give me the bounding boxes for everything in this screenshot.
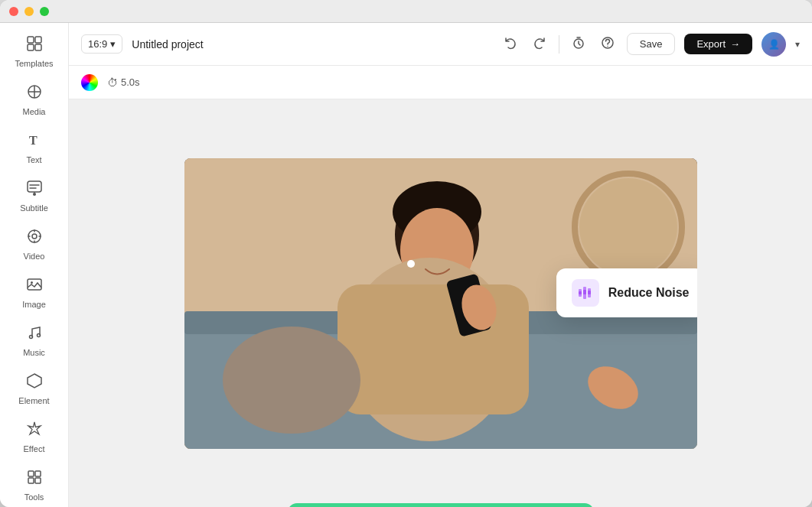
svg-rect-23 [28, 471, 34, 476]
app-body: Templates Media T Text [0, 23, 812, 507]
aspect-ratio-value: 16:9 [88, 38, 107, 50]
subtitle-label: Subtitle [20, 203, 48, 213]
toolbar-actions: Save Export → 👤 ▾ [501, 32, 800, 57]
svg-point-29 [607, 45, 608, 46]
sidebar-item-element[interactable]: Element [5, 366, 64, 411]
export-arrow-icon: → [730, 38, 740, 50]
video-icon [26, 228, 43, 249]
music-icon [26, 324, 43, 345]
sub-toolbar: ⏱ 5.0s [69, 66, 812, 99]
color-wheel-button[interactable] [81, 74, 98, 91]
save-button[interactable]: Save [627, 33, 676, 55]
title-bar [0, 0, 812, 23]
timer-button[interactable] [569, 33, 589, 56]
svg-point-32 [579, 178, 677, 276]
undo-button[interactable] [501, 33, 520, 56]
subtitle-icon [26, 180, 43, 200]
effect-label: Effect [24, 444, 45, 453]
element-icon [26, 372, 43, 393]
svg-point-11 [33, 193, 36, 196]
image-label: Image [22, 300, 46, 309]
audio-waveform-bar[interactable] [288, 503, 594, 507]
svg-point-41 [223, 327, 360, 434]
canvas-area: Reduce Noise [69, 99, 812, 507]
text-label: Text [26, 155, 41, 164]
effect-icon [26, 421, 43, 441]
reduce-noise-popup[interactable]: Reduce Noise [556, 268, 697, 317]
minimize-button[interactable] [24, 7, 34, 16]
video-label: Video [24, 252, 45, 261]
sidebar-item-subtitle[interactable]: Subtitle [5, 174, 64, 219]
help-button[interactable] [598, 33, 618, 56]
svg-rect-25 [28, 478, 34, 483]
export-label: Export [696, 38, 726, 50]
duration-display: ⏱ 5.0s [107, 76, 140, 89]
svg-point-20 [31, 281, 33, 284]
svg-rect-50 [583, 290, 586, 294]
svg-rect-2 [28, 44, 34, 50]
svg-rect-3 [35, 44, 41, 50]
sidebar-item-text[interactable]: T Text [5, 125, 64, 171]
close-button[interactable] [9, 7, 18, 16]
toolbar-divider [559, 35, 559, 54]
svg-rect-1 [35, 37, 41, 43]
avatar-initials: 👤 [768, 39, 780, 50]
svg-text:T: T [29, 134, 38, 147]
reduce-noise-label: Reduce Noise [608, 286, 690, 300]
templates-icon [26, 35, 43, 56]
svg-rect-40 [338, 284, 529, 414]
photo-background: Reduce Noise [184, 158, 697, 449]
clock-icon: ⏱ [107, 76, 118, 89]
svg-rect-49 [579, 291, 582, 294]
sidebar-item-tools[interactable]: Tools [5, 463, 64, 507]
reduce-noise-icon [572, 279, 599, 307]
sidebar-item-templates[interactable]: Templates [5, 29, 64, 74]
maximize-button[interactable] [40, 7, 49, 16]
video-canvas: Reduce Noise [184, 158, 697, 449]
sidebar-item-effect[interactable]: Effect [5, 414, 64, 460]
project-title[interactable]: Untitled project [132, 38, 203, 50]
redo-button[interactable] [530, 33, 549, 56]
aspect-ratio-selector[interactable]: 16:9 ▾ [81, 34, 122, 54]
avatar-chevron-icon[interactable]: ▾ [795, 39, 800, 50]
sidebar-item-video[interactable]: Video [5, 222, 64, 267]
sidebar-item-image[interactable]: Image [5, 270, 64, 315]
svg-rect-26 [35, 478, 41, 483]
music-label: Music [23, 348, 45, 357]
svg-point-14 [32, 234, 37, 239]
avatar[interactable]: 👤 [761, 32, 786, 57]
export-button[interactable]: Export → [684, 34, 752, 54]
duration-value: 5.0s [121, 76, 140, 88]
sidebar-item-media[interactable]: Media [5, 77, 64, 122]
text-icon: T [26, 132, 43, 152]
svg-rect-8 [28, 181, 41, 192]
tools-label: Tools [24, 492, 44, 502]
media-label: Media [23, 107, 46, 116]
app-window: Templates Media T Text [0, 0, 812, 507]
svg-point-22 [37, 334, 40, 337]
svg-point-45 [407, 260, 415, 268]
chevron-down-icon: ▾ [110, 38, 116, 50]
svg-rect-51 [588, 291, 591, 294]
element-label: Element [18, 396, 49, 405]
main-content: 16:9 ▾ Untitled project [69, 23, 812, 507]
svg-point-21 [29, 336, 32, 339]
svg-rect-0 [28, 37, 34, 43]
tools-icon [26, 469, 43, 489]
templates-label: Templates [15, 59, 53, 68]
sidebar: Templates Media T Text [0, 23, 69, 507]
sidebar-item-music[interactable]: Music [5, 318, 64, 363]
media-icon [26, 83, 43, 104]
image-icon [26, 276, 43, 297]
main-toolbar: 16:9 ▾ Untitled project [69, 23, 812, 66]
svg-rect-24 [35, 471, 41, 476]
